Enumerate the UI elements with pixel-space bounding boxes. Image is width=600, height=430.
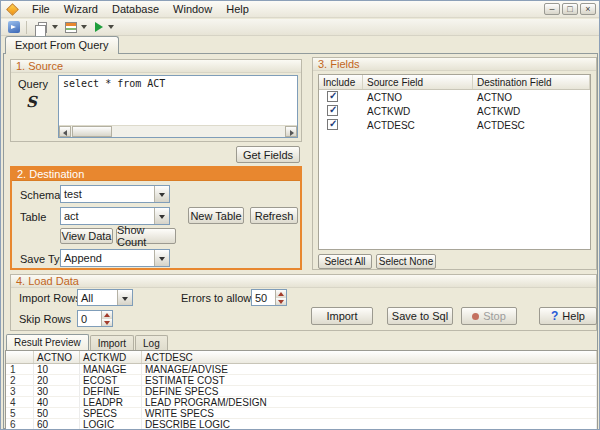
dropdown-icon[interactable]: [117, 290, 132, 305]
table-select[interactable]: act: [60, 207, 170, 225]
run-toolbar-button[interactable]: [90, 20, 117, 35]
chevron-down-icon: [108, 25, 114, 29]
menu-item-file[interactable]: File: [25, 1, 57, 18]
actkwd-cell: LOGIC: [80, 419, 142, 430]
select-none-button[interactable]: Select None: [376, 254, 436, 269]
stop-button[interactable]: Stop: [461, 307, 517, 325]
sql-script-icon: S: [26, 93, 37, 111]
spin-down-icon[interactable]: [276, 298, 286, 306]
schema-value: test: [61, 186, 154, 202]
include-checkbox[interactable]: [327, 105, 338, 116]
errors-to-allow-stepper[interactable]: 50: [251, 289, 287, 306]
actno-cell: 40: [34, 397, 80, 408]
table-row[interactable]: 4 40 LEADPR LEAD PROGRAM/DESIGN: [6, 397, 597, 408]
column-header-source-field[interactable]: Source Field: [363, 75, 473, 89]
spin-up-icon[interactable]: [276, 290, 286, 298]
table-row[interactable]: 6 60 LOGIC DESCRIBE LOGIC: [6, 419, 597, 430]
save-to-sql-button[interactable]: Save to Sql: [387, 307, 453, 325]
tab-result-preview[interactable]: Result Preview: [6, 334, 89, 350]
actkwd-cell: ECOST: [80, 375, 142, 386]
field-row[interactable]: ACTKWD ACTKWD: [319, 104, 590, 118]
include-checkbox[interactable]: [327, 91, 338, 102]
column-header-actkwd[interactable]: ACTKWD: [80, 351, 142, 363]
new-table-button[interactable]: New Table: [188, 207, 244, 224]
actdesc-cell: LEAD PROGRAM/DESIGN: [142, 397, 597, 408]
destination-group: 2. Destination Schema test Table act New…: [10, 166, 302, 270]
import-rows-select[interactable]: All: [77, 289, 133, 306]
show-count-button[interactable]: Show Count: [116, 228, 176, 244]
copy-toolbar-button[interactable]: [30, 20, 61, 35]
fields-grid: Include Source Field Destination Field A…: [318, 74, 591, 250]
spin-up-icon[interactable]: [102, 311, 112, 319]
help-button[interactable]: ?Help: [539, 307, 597, 325]
skip-rows-stepper[interactable]: 0: [77, 310, 113, 327]
dropdown-icon[interactable]: [154, 186, 169, 202]
tab-import[interactable]: Import: [90, 335, 134, 350]
refresh-button[interactable]: Refresh: [250, 207, 298, 224]
column-header-destination-field[interactable]: Destination Field: [473, 75, 590, 89]
table-row[interactable]: 5 50 SPECS WRITE SPECS: [6, 408, 597, 419]
query-editor[interactable]: select * from ACT: [58, 75, 298, 138]
table-label: Table: [20, 211, 46, 223]
scroll-left-icon[interactable]: [59, 126, 71, 137]
column-header-actno[interactable]: ACTNO: [34, 351, 80, 363]
menu-item-help[interactable]: Help: [219, 1, 256, 18]
actno-cell: 30: [34, 386, 80, 397]
menu-item-window[interactable]: Window: [166, 1, 219, 18]
query-horizontal-scrollbar[interactable]: [59, 125, 297, 137]
actno-cell: 50: [34, 408, 80, 419]
toolbar-separator: [26, 21, 27, 34]
column-header-actdesc[interactable]: ACTDESC: [142, 351, 597, 363]
tab-export-from-query[interactable]: Export From Query: [5, 36, 119, 54]
import-button[interactable]: Import: [311, 307, 373, 325]
scrollbar-thumb[interactable]: [72, 126, 112, 137]
actdesc-cell: WRITE SPECS: [142, 408, 597, 419]
fields-grid-header: Include Source Field Destination Field: [319, 75, 590, 90]
errors-to-allow-value: 50: [252, 290, 275, 305]
actdesc-cell: DESCRIBE LOGIC: [142, 419, 597, 430]
field-row[interactable]: ACTDESC ACTDESC: [319, 118, 590, 132]
table-value: act: [61, 208, 154, 224]
result-preview-grid: ACTNO ACTKWD ACTDESC 1 10 MANAGE MANAGE/…: [5, 350, 598, 430]
table-row[interactable]: 2 20 ECOST ESTIMATE COST: [6, 375, 597, 386]
destination-field-cell: ACTDESC: [473, 120, 590, 131]
close-button[interactable]: [580, 3, 596, 15]
table-row[interactable]: 3 30 DEFINE DEFINE SPECS: [6, 386, 597, 397]
destination-field-cell: ACTKWD: [473, 106, 590, 117]
row-number-column-header: [6, 351, 34, 363]
destination-field-cell: ACTNO: [473, 92, 590, 103]
menu-item-database[interactable]: Database: [105, 1, 166, 18]
scroll-right-icon[interactable]: [285, 126, 297, 137]
field-row[interactable]: ACTNO ACTNO: [319, 90, 590, 104]
actno-cell: 20: [34, 375, 80, 386]
run-icon: [95, 22, 103, 32]
row-number: 5: [6, 408, 34, 419]
column-header-include[interactable]: Include: [319, 75, 363, 89]
maximize-button[interactable]: [562, 3, 578, 15]
tab-log[interactable]: Log: [135, 335, 168, 350]
save-type-select[interactable]: Append: [60, 249, 170, 267]
table-row[interactable]: 1 10 MANAGE MANAGE/ADVISE: [6, 364, 597, 375]
schema-select[interactable]: test: [60, 185, 170, 203]
chevron-down-icon: [52, 25, 58, 29]
actno-cell: 60: [34, 419, 80, 430]
spin-down-icon[interactable]: [102, 319, 112, 327]
row-number: 1: [6, 364, 34, 375]
dropdown-icon[interactable]: [154, 250, 169, 266]
menu-item-wizard[interactable]: Wizard: [57, 1, 105, 18]
export-toolbar-button[interactable]: [61, 20, 90, 35]
actdesc-cell: DEFINE SPECS: [142, 386, 597, 397]
view-data-button[interactable]: View Data: [60, 228, 113, 244]
get-fields-button[interactable]: Get Fields: [236, 146, 300, 163]
actkwd-cell: MANAGE: [80, 364, 142, 375]
dropdown-icon[interactable]: [154, 208, 169, 224]
exit-toolbar-button[interactable]: [5, 20, 23, 35]
include-checkbox[interactable]: [327, 119, 338, 130]
skip-rows-value: 0: [78, 311, 101, 326]
app-icon: [6, 3, 19, 16]
select-all-button[interactable]: Select All: [318, 254, 372, 269]
actkwd-cell: DEFINE: [80, 386, 142, 397]
minimize-button[interactable]: [544, 3, 560, 15]
row-number: 4: [6, 397, 34, 408]
stop-button-label: Stop: [483, 310, 506, 322]
